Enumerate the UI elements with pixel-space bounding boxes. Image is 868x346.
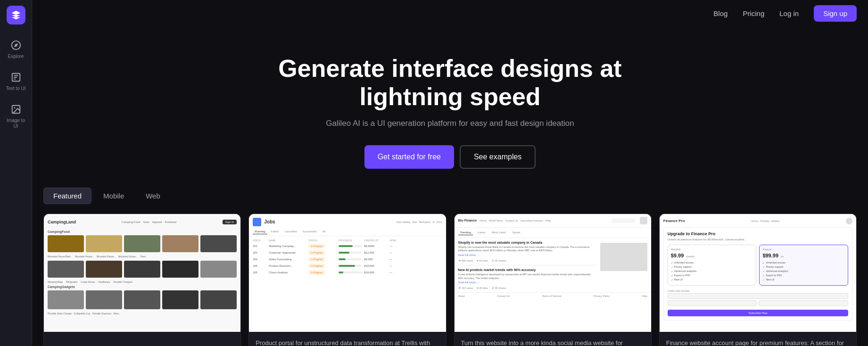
card-description-biofinance: Turn this website into a more kinda soci… <box>461 338 645 346</box>
card-description-financepro: Finance website account page for premium… <box>666 338 850 346</box>
card-description-jobs: Product portal for unstructured data tra… <box>256 338 439 346</box>
hero-buttons: Get started for free See examples <box>51 145 849 169</box>
card-camping-store[interactable]: CampingLand Camping Food Gear Apparel Fo… <box>43 214 241 346</box>
nav-login-link[interactable]: Log in <box>779 9 799 17</box>
svg-marker-1 <box>14 43 18 47</box>
nav-pricing-link[interactable]: Pricing <box>743 9 764 17</box>
app-logo[interactable] <box>7 6 25 25</box>
sidebar-item-text-label: Text to UI <box>6 86 25 91</box>
tabs-container: Featured Mobile Web <box>43 188 857 204</box>
get-started-button[interactable]: Get started for free <box>364 145 454 169</box>
explore-icon <box>9 39 23 52</box>
image-icon <box>9 103 23 116</box>
card-finance-pro[interactable]: Finance Pro Home Portfolio Market Upgrad… <box>659 214 857 346</box>
card-info-biofinance: Turn this website into a more kinda soci… <box>455 332 651 346</box>
signup-button[interactable]: Sign up <box>814 5 857 22</box>
topnav-links: Blog Pricing Log in Sign up <box>713 5 857 22</box>
sidebar-item-explore[interactable]: Explore <box>2 34 30 64</box>
sidebar-item-image-label: Image to UI <box>6 118 26 129</box>
card-jobs-portal[interactable]: Jobs Data Catalog Jobs Workspace AI Docs… <box>248 214 446 346</box>
see-examples-button[interactable]: See examples <box>460 145 536 169</box>
sidebar-item-text-to-ui[interactable]: Text to UI <box>2 66 30 96</box>
hero-subtitle: Galileo AI is a UI generation platform f… <box>51 119 849 128</box>
card-preview-financepro: Finance Pro Home Portfolio Market Upgrad… <box>660 214 856 332</box>
tab-mobile[interactable]: Mobile <box>93 188 134 204</box>
card-bio-finance[interactable]: Bio Finance Home World News Contact Us U… <box>454 214 652 346</box>
main-content: Generate interface designs at lightning … <box>32 0 868 346</box>
nav-blog-link[interactable]: Blog <box>713 9 727 17</box>
sidebar-item-explore-label: Explore <box>8 54 24 59</box>
hero-section: Generate interface designs at lightning … <box>32 26 868 188</box>
cards-grid: CampingLand Camping Food Gear Apparel Fo… <box>32 214 868 346</box>
text-icon <box>9 71 23 84</box>
card-preview-biofinance: Bio Finance Home World News Contact Us U… <box>455 214 651 332</box>
tab-web[interactable]: Web <box>136 188 170 204</box>
card-preview-jobs: Jobs Data Catalog Jobs Workspace AI Docs… <box>249 214 446 332</box>
sidebar-item-image-to-ui[interactable]: Image to UI <box>2 98 30 134</box>
card-info-jobs: Product portal for unstructured data tra… <box>249 332 446 346</box>
card-info-financepro: Finance website account page for premium… <box>660 332 856 346</box>
card-preview-camping: CampingLand Camping Food Gear Apparel Fo… <box>44 214 240 332</box>
hero-title: Generate interface designs at lightning … <box>262 55 639 111</box>
filter-tabs: Featured Mobile Web <box>32 188 868 214</box>
topnav: Blog Pricing Log in Sign up <box>32 0 868 26</box>
svg-point-7 <box>14 107 15 108</box>
sidebar: Explore Text to UI Image to UI <box>0 0 32 346</box>
tab-featured[interactable]: Featured <box>43 188 91 204</box>
